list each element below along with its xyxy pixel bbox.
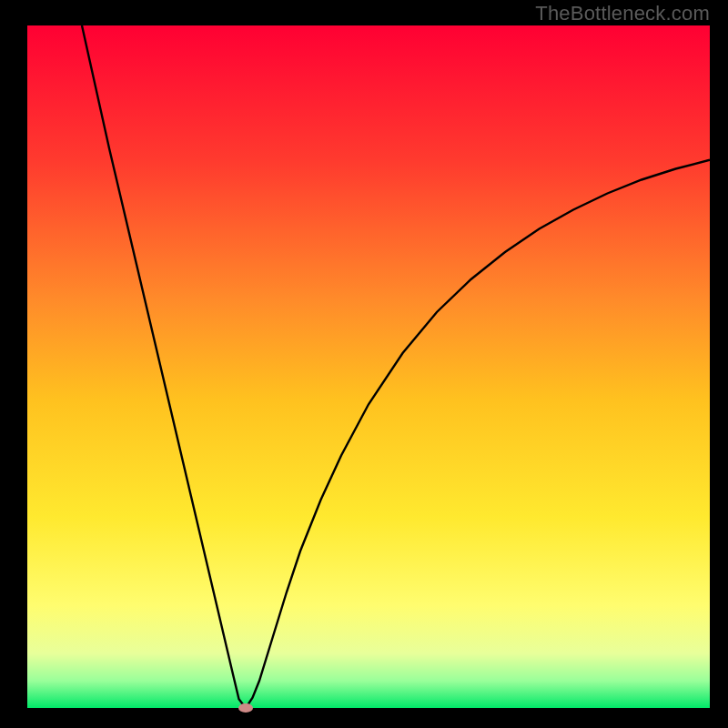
chart-frame: TheBottleneck.com [0, 0, 728, 728]
plot-area [27, 25, 710, 708]
optimum-marker [238, 703, 253, 713]
chart-svg [27, 25, 710, 708]
gradient-background [27, 25, 710, 708]
watermark-text: TheBottleneck.com [535, 2, 710, 25]
